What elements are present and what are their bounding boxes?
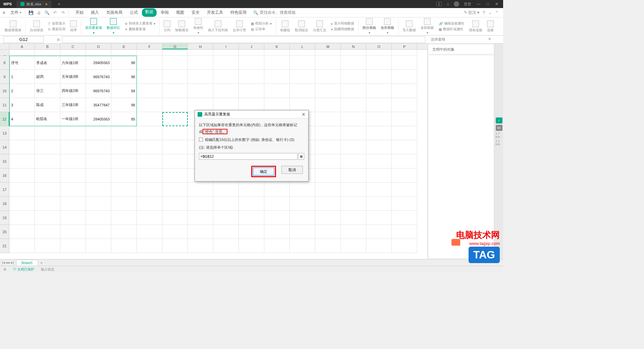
- pivot-table-button[interactable]: 数据透视表: [3, 20, 23, 33]
- col-J[interactable]: J: [239, 44, 264, 49]
- cell[interactable]: [264, 50, 290, 56]
- cell[interactable]: [392, 197, 417, 211]
- cell[interactable]: [137, 211, 162, 225]
- cell[interactable]: [290, 239, 315, 253]
- cell[interactable]: [290, 56, 315, 70]
- cell[interactable]: [137, 183, 162, 197]
- record-form-button[interactable]: ▤ 记录单: [251, 27, 265, 32]
- tab-view[interactable]: 视图: [173, 8, 187, 17]
- cell[interactable]: 序号: [9, 56, 35, 70]
- cell[interactable]: [341, 225, 366, 239]
- fx-label[interactable]: fx: [57, 38, 60, 42]
- cell[interactable]: [264, 239, 290, 253]
- cell[interactable]: [239, 56, 264, 70]
- cell[interactable]: [35, 168, 60, 183]
- cell[interactable]: [60, 140, 86, 154]
- cell[interactable]: [392, 140, 417, 154]
- col-C[interactable]: C: [60, 44, 86, 49]
- cell[interactable]: [239, 70, 264, 84]
- cell[interactable]: [60, 126, 86, 140]
- cell[interactable]: 85: [111, 112, 137, 126]
- cell[interactable]: [213, 239, 239, 253]
- undo-icon[interactable]: ↶: [52, 10, 58, 15]
- cell[interactable]: [162, 211, 188, 225]
- remark-button[interactable]: ✎ 批注 ▾: [464, 10, 480, 15]
- cell[interactable]: [188, 56, 213, 70]
- protect-status[interactable]: 🛡 文档已保护: [13, 267, 34, 272]
- cell[interactable]: 李成名: [35, 56, 60, 70]
- subtotal-button[interactable]: 分类汇总: [311, 20, 328, 33]
- cell[interactable]: [366, 140, 392, 154]
- user-avatar[interactable]: [454, 1, 459, 7]
- cell[interactable]: [86, 126, 111, 140]
- cell[interactable]: [137, 197, 162, 211]
- cell[interactable]: [35, 225, 60, 239]
- tab-formula[interactable]: 公式: [126, 8, 141, 17]
- cell[interactable]: 58: [111, 84, 137, 98]
- cell[interactable]: [9, 126, 35, 140]
- cell[interactable]: [315, 126, 341, 140]
- cell[interactable]: [86, 183, 111, 197]
- cell[interactable]: [392, 84, 417, 98]
- cell[interactable]: [341, 140, 366, 154]
- add-sheet-button[interactable]: +: [38, 261, 45, 265]
- sheet-nav-first[interactable]: |◂: [2, 260, 5, 265]
- print-icon[interactable]: 🖨: [36, 10, 42, 15]
- col-I[interactable]: I: [213, 44, 239, 49]
- cell[interactable]: [9, 154, 35, 168]
- row-header[interactable]: 7: [0, 50, 9, 56]
- tab-start[interactable]: 开始: [72, 8, 87, 17]
- data-compare-button[interactable]: 数据对比 ▾: [105, 18, 122, 35]
- ok-button[interactable]: 确定: [253, 167, 274, 176]
- row-header[interactable]: 12: [0, 112, 9, 126]
- cell[interactable]: [86, 239, 111, 253]
- redo-icon[interactable]: ↷: [60, 10, 66, 15]
- ungroup-button[interactable]: 取消组合: [293, 20, 310, 33]
- row-header[interactable]: 13: [0, 126, 9, 140]
- cell[interactable]: [315, 98, 341, 112]
- cell[interactable]: [315, 50, 341, 56]
- new-tab-button[interactable]: +: [58, 1, 60, 7]
- cell[interactable]: 98: [111, 56, 137, 70]
- cell[interactable]: [137, 126, 162, 140]
- dropdown-list-button[interactable]: 插入下拉列表: [206, 20, 230, 33]
- cell[interactable]: [366, 197, 392, 211]
- cell[interactable]: 86976743: [86, 84, 111, 98]
- cell[interactable]: [9, 211, 35, 225]
- cell[interactable]: [137, 168, 162, 183]
- col-L[interactable]: L: [290, 44, 315, 49]
- cell[interactable]: [213, 183, 239, 197]
- formula-input[interactable]: [62, 36, 425, 43]
- cell[interactable]: [137, 70, 162, 84]
- cell[interactable]: [290, 225, 315, 239]
- cell[interactable]: [315, 211, 341, 225]
- cell[interactable]: [9, 197, 35, 211]
- cell[interactable]: [392, 211, 417, 225]
- cell[interactable]: 欧阳名: [35, 112, 60, 126]
- cell[interactable]: [366, 70, 392, 84]
- cell[interactable]: [35, 140, 60, 154]
- cell[interactable]: [111, 168, 137, 183]
- cell[interactable]: [264, 211, 290, 225]
- remove-duplicate-button[interactable]: ✕ 删除重复项: [125, 27, 146, 32]
- cell[interactable]: [290, 84, 315, 98]
- cell[interactable]: [392, 183, 417, 197]
- cell[interactable]: [60, 154, 86, 168]
- cell[interactable]: [341, 211, 366, 225]
- cell[interactable]: [341, 197, 366, 211]
- cell[interactable]: [392, 98, 417, 112]
- cell[interactable]: [86, 197, 111, 211]
- cell[interactable]: 2: [9, 84, 35, 98]
- cell[interactable]: [341, 168, 366, 183]
- split-table-button[interactable]: 拆分表格 ▾: [361, 18, 378, 35]
- cell[interactable]: [213, 211, 239, 225]
- cell[interactable]: [290, 70, 315, 84]
- cell[interactable]: [366, 50, 392, 56]
- cell[interactable]: [35, 211, 60, 225]
- cell[interactable]: [60, 225, 86, 239]
- cell[interactable]: [392, 239, 417, 253]
- tab-data[interactable]: 数据: [142, 8, 157, 17]
- settings-icon[interactable]: ⚙: [3, 267, 6, 271]
- cell[interactable]: [213, 84, 239, 98]
- cell[interactable]: [111, 211, 137, 225]
